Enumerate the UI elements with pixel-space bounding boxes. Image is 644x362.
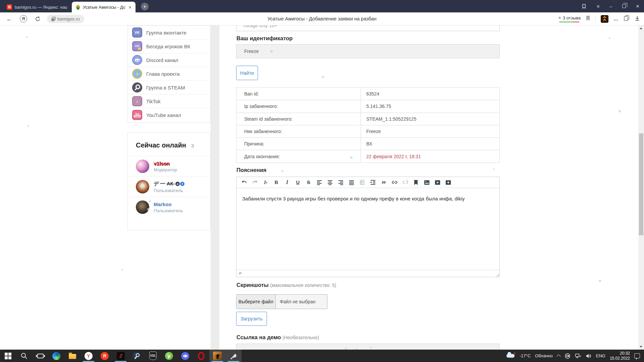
downloads-icon[interactable] [635, 15, 640, 22]
bookmark-icon[interactable] [412, 179, 420, 186]
redo-icon[interactable] [251, 179, 259, 186]
file-input[interactable]: Выберите файл Файл не выбран [236, 294, 327, 309]
restore-window-icon[interactable] [622, 4, 626, 8]
sidebar-item-steam-group[interactable]: Группа в STEAM [128, 80, 210, 94]
csgo-icon [213, 352, 222, 360]
taskbar-zona[interactable]: Z [113, 350, 129, 362]
identifier-input[interactable]: Freeze❄ [236, 44, 500, 58]
identifier-value: Freeze [244, 49, 259, 54]
sidebar-item-vk-group[interactable]: VK Группа вконтакте [128, 25, 210, 39]
taskbar-edge[interactable] [48, 350, 64, 362]
address-bar[interactable]: bamigos.ru [47, 15, 84, 23]
map-select[interactable]: mirage only 18+ [236, 25, 500, 31]
close-window-icon[interactable]: × [636, 3, 639, 10]
meet-now-icon[interactable] [565, 353, 571, 359]
username-link[interactable]: Markoo [154, 201, 183, 207]
insert-video-icon[interactable] [434, 179, 441, 186]
new-tab-button[interactable]: + [141, 3, 149, 10]
embed-upload-icon[interactable] [444, 179, 452, 186]
blockquote-icon[interactable]: ” [380, 179, 387, 186]
clear-format-icon[interactable]: Ix [262, 179, 269, 186]
taskbar-epic-games[interactable]: EPICGAMES [145, 350, 161, 362]
taskbar-yandex-browser[interactable]: Y [80, 350, 97, 362]
more-extensions-icon[interactable]: … [613, 16, 619, 21]
italic-icon[interactable]: I [283, 179, 291, 186]
underline-icon[interactable]: U [294, 179, 302, 186]
bold-icon[interactable]: B [273, 179, 280, 186]
taskbar-steam[interactable] [129, 350, 145, 362]
extension-icon[interactable] [601, 15, 608, 23]
align-center-icon[interactable] [326, 179, 334, 186]
snow-dot [26, 36, 28, 38]
choose-file-button[interactable]: Выберите файл [236, 295, 276, 309]
bookmark-flag-icon[interactable] [586, 15, 590, 22]
taskbar-horn-speaker-app[interactable] [225, 350, 241, 362]
menu-icon[interactable]: ≡ [597, 4, 599, 9]
language-indicator[interactable]: ENG [596, 353, 605, 358]
justify-icon[interactable] [348, 179, 355, 186]
align-left-icon[interactable] [316, 179, 323, 186]
align-right-icon[interactable] [337, 179, 344, 186]
user-role: Модератор [154, 167, 177, 172]
weather-cloud-icon[interactable] [506, 354, 515, 358]
scrollbar-thumb[interactable] [639, 133, 643, 235]
browser-tab-strip: Я bamigos.ru — Яндекс: наш Усатые Амигос… [0, 0, 644, 12]
avatar[interactable]: ❄ [136, 200, 149, 214]
find-button[interactable]: Найти [236, 66, 258, 80]
sidebar-item-vk-chat[interactable]: Беседа игроков ВК [128, 39, 210, 53]
volume-icon[interactable] [586, 353, 592, 359]
taskbar-yandex[interactable]: Я [97, 350, 113, 362]
username-link[interactable]: v1lson [154, 161, 177, 166]
sidebar-item-discord[interactable]: Discord канал [128, 53, 210, 67]
link-icon[interactable] [391, 179, 398, 186]
notification-center-icon[interactable] [634, 353, 640, 358]
social-label: Глава проекта [146, 71, 180, 77]
avatar[interactable] [136, 160, 149, 173]
user-role: Пользователь [154, 208, 183, 213]
scroll-up-arrow[interactable] [640, 27, 642, 29]
table-row: Ban id: 63524 [236, 87, 499, 100]
unlink-icon[interactable] [401, 179, 409, 186]
task-view-button[interactable] [32, 350, 48, 362]
taskbar-explorer[interactable] [64, 350, 80, 362]
page-content: ❄ ❄ ❄ ❄ ❄ ❄ ❄ ❄ ❄ VK Группа вконтакте Бе… [0, 25, 644, 350]
taskbar-utorrent[interactable]: µ [161, 350, 177, 362]
resize-handle[interactable] [495, 273, 499, 277]
tab-active-unban-request[interactable]: Усатые Амигосы - Доб × [72, 2, 136, 12]
taskbar-clock[interactable]: 20:32 15.02.2022 [610, 351, 630, 361]
outdent-icon[interactable] [359, 179, 366, 186]
page-scrollbar[interactable] [638, 25, 644, 350]
back-button[interactable]: ← [3, 12, 15, 25]
taskbar-search[interactable] [16, 350, 32, 362]
tray-expand-icon[interactable] [556, 354, 561, 359]
editor-content[interactable]: Забанили спустя 3 раунда игры без провер… [236, 188, 499, 270]
taskbar-discord[interactable] [177, 350, 193, 362]
sidebar-panel-icon[interactable] [581, 4, 587, 9]
tab-close-icon[interactable]: × [128, 4, 131, 10]
yandex-home-button[interactable]: Я [17, 12, 30, 25]
collections-icon[interactable] [624, 15, 630, 22]
network-icon[interactable] [575, 353, 581, 359]
snowflake-decoration: ❄ [149, 200, 151, 203]
undo-icon[interactable] [240, 179, 248, 186]
sidebar-item-tiktok[interactable]: ♪ TikTok [128, 94, 210, 108]
strikethrough-icon[interactable]: S [305, 179, 312, 186]
taskbar-csgo[interactable] [209, 350, 225, 362]
sidebar-item-youtube[interactable]: You Tube YouTube канал [128, 108, 210, 122]
indent-icon[interactable] [369, 179, 377, 186]
site-reviews-badge[interactable]: ★ 3 отзыва [558, 15, 581, 22]
reload-button[interactable] [32, 12, 44, 25]
insert-image-icon[interactable] [423, 179, 430, 186]
minimize-icon[interactable]: – [609, 4, 612, 9]
weather-condition[interactable]: Облачно [535, 353, 553, 358]
scroll-down-arrow[interactable] [640, 346, 642, 348]
weather-temp[interactable]: -17°C [520, 353, 531, 358]
taskbar-opera[interactable] [193, 350, 209, 362]
avatar[interactable] [136, 180, 149, 193]
upload-button[interactable]: Загрузить [236, 312, 267, 326]
sidebar-item-project-leader[interactable]: ★ Глава проекта [128, 67, 210, 80]
demo-link-input[interactable]: ❄ ❄ ❄ ❄ [236, 344, 500, 350]
username-link[interactable]: デ ━ АК-47 [154, 181, 184, 187]
start-button[interactable] [0, 350, 16, 362]
tab-bamigos-search[interactable]: Я bamigos.ru — Яндекс: наш [3, 2, 71, 12]
